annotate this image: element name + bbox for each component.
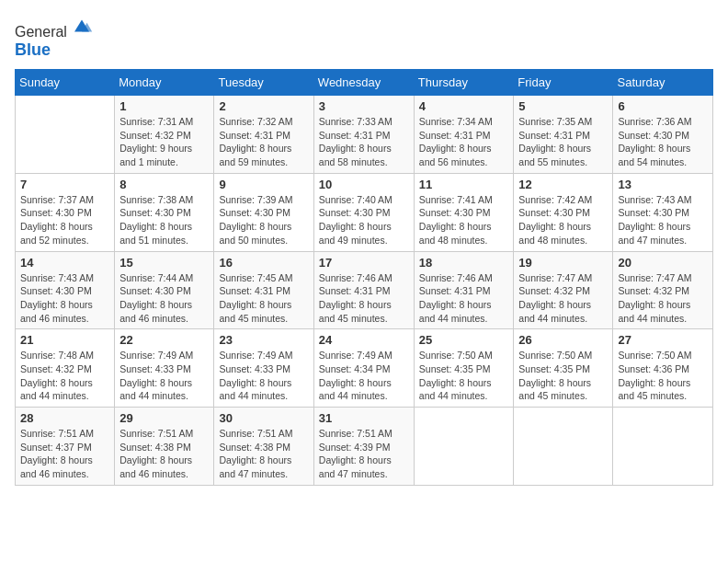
calendar-table: SundayMondayTuesdayWednesdayThursdayFrid… (15, 69, 713, 486)
day-number: 16 (219, 256, 308, 270)
calendar-cell: 2Sunrise: 7:32 AMSunset: 4:31 PMDaylight… (214, 96, 313, 174)
calendar-cell: 19Sunrise: 7:47 AMSunset: 4:32 PMDayligh… (514, 251, 613, 329)
day-number: 9 (219, 178, 308, 191)
day-info: Sunrise: 7:50 AMSunset: 4:35 PMDaylight:… (419, 349, 509, 403)
day-info: Sunrise: 7:46 AMSunset: 4:31 PMDaylight:… (419, 271, 509, 326)
calendar-cell (414, 408, 514, 486)
day-number: 14 (20, 256, 109, 270)
day-number: 27 (618, 333, 708, 347)
day-number: 12 (518, 178, 608, 191)
day-number: 3 (319, 99, 409, 113)
day-info: Sunrise: 7:43 AMSunset: 4:30 PMDaylight:… (618, 193, 708, 247)
calendar-cell: 6Sunrise: 7:36 AMSunset: 4:30 PMDaylight… (613, 96, 713, 174)
calendar-cell: 11Sunrise: 7:41 AMSunset: 4:30 PMDayligh… (414, 173, 514, 251)
day-number: 21 (20, 333, 109, 347)
calendar-cell: 26Sunrise: 7:50 AMSunset: 4:35 PMDayligh… (514, 329, 613, 408)
calendar-week-5: 28Sunrise: 7:51 AMSunset: 4:37 PMDayligh… (16, 408, 713, 486)
day-number: 29 (119, 411, 209, 425)
weekday-header-sunday: Sunday (16, 70, 115, 96)
calendar-cell: 16Sunrise: 7:45 AMSunset: 4:31 PMDayligh… (214, 251, 313, 329)
weekday-header-tuesday: Tuesday (214, 70, 313, 96)
day-info: Sunrise: 7:42 AMSunset: 4:30 PMDaylight:… (518, 193, 608, 247)
day-info: Sunrise: 7:48 AMSunset: 4:32 PMDaylight:… (20, 349, 109, 403)
day-info: Sunrise: 7:47 AMSunset: 4:32 PMDaylight:… (618, 271, 708, 326)
day-number: 11 (419, 178, 509, 191)
calendar-cell: 9Sunrise: 7:39 AMSunset: 4:30 PMDaylight… (214, 173, 313, 251)
calendar-cell: 14Sunrise: 7:43 AMSunset: 4:30 PMDayligh… (16, 251, 115, 329)
day-number: 24 (319, 333, 409, 347)
calendar-cell: 28Sunrise: 7:51 AMSunset: 4:37 PMDayligh… (16, 408, 115, 486)
weekday-header-monday: Monday (115, 70, 214, 96)
logo-general: General (15, 24, 67, 40)
weekday-header-thursday: Thursday (414, 70, 514, 96)
calendar-week-3: 14Sunrise: 7:43 AMSunset: 4:30 PMDayligh… (16, 251, 713, 329)
calendar-cell: 25Sunrise: 7:50 AMSunset: 4:35 PMDayligh… (414, 329, 514, 408)
calendar-cell: 15Sunrise: 7:44 AMSunset: 4:30 PMDayligh… (115, 251, 214, 329)
day-number: 19 (518, 256, 608, 270)
calendar-cell (16, 96, 115, 174)
day-number: 17 (319, 256, 409, 270)
weekday-header-row: SundayMondayTuesdayWednesdayThursdayFrid… (16, 70, 713, 96)
logo-blue: Blue (15, 40, 51, 59)
calendar-cell (613, 408, 713, 486)
calendar-cell: 31Sunrise: 7:51 AMSunset: 4:39 PMDayligh… (313, 408, 414, 486)
logo-icon (71, 15, 93, 37)
logo: General Blue (15, 15, 93, 60)
day-info: Sunrise: 7:37 AMSunset: 4:30 PMDaylight:… (20, 193, 109, 247)
day-info: Sunrise: 7:31 AMSunset: 4:32 PMDaylight:… (119, 115, 209, 169)
day-number: 30 (219, 411, 308, 425)
calendar-cell: 12Sunrise: 7:42 AMSunset: 4:30 PMDayligh… (514, 173, 613, 251)
calendar-cell: 1Sunrise: 7:31 AMSunset: 4:32 PMDaylight… (115, 96, 214, 174)
day-number: 15 (119, 256, 209, 270)
calendar-cell: 27Sunrise: 7:50 AMSunset: 4:36 PMDayligh… (613, 329, 713, 408)
day-info: Sunrise: 7:51 AMSunset: 4:38 PMDaylight:… (219, 427, 308, 481)
day-number: 4 (419, 99, 509, 113)
calendar-cell: 30Sunrise: 7:51 AMSunset: 4:38 PMDayligh… (214, 408, 313, 486)
day-info: Sunrise: 7:51 AMSunset: 4:38 PMDaylight:… (119, 427, 209, 481)
calendar-week-4: 21Sunrise: 7:48 AMSunset: 4:32 PMDayligh… (16, 329, 713, 408)
weekday-header-wednesday: Wednesday (313, 70, 414, 96)
day-number: 26 (518, 333, 608, 347)
calendar-week-2: 7Sunrise: 7:37 AMSunset: 4:30 PMDaylight… (16, 173, 713, 251)
day-info: Sunrise: 7:41 AMSunset: 4:30 PMDaylight:… (419, 193, 509, 247)
day-number: 8 (119, 178, 209, 191)
calendar-cell: 29Sunrise: 7:51 AMSunset: 4:38 PMDayligh… (115, 408, 214, 486)
day-info: Sunrise: 7:36 AMSunset: 4:30 PMDaylight:… (618, 115, 708, 169)
calendar-cell: 22Sunrise: 7:49 AMSunset: 4:33 PMDayligh… (115, 329, 214, 408)
calendar-cell (514, 408, 613, 486)
page-header: General Blue (15, 15, 713, 60)
day-number: 20 (618, 256, 708, 270)
day-number: 10 (319, 178, 409, 191)
day-number: 7 (20, 178, 109, 191)
day-info: Sunrise: 7:50 AMSunset: 4:35 PMDaylight:… (518, 349, 608, 403)
day-info: Sunrise: 7:39 AMSunset: 4:30 PMDaylight:… (219, 193, 308, 247)
day-number: 2 (219, 99, 308, 113)
day-info: Sunrise: 7:49 AMSunset: 4:33 PMDaylight:… (119, 349, 209, 403)
day-info: Sunrise: 7:47 AMSunset: 4:32 PMDaylight:… (518, 271, 608, 326)
calendar-cell: 24Sunrise: 7:49 AMSunset: 4:34 PMDayligh… (313, 329, 414, 408)
weekday-header-saturday: Saturday (613, 70, 713, 96)
day-number: 18 (419, 256, 509, 270)
day-info: Sunrise: 7:50 AMSunset: 4:36 PMDaylight:… (618, 349, 708, 403)
calendar-cell: 18Sunrise: 7:46 AMSunset: 4:31 PMDayligh… (414, 251, 514, 329)
day-info: Sunrise: 7:38 AMSunset: 4:30 PMDaylight:… (119, 193, 209, 247)
calendar-cell: 20Sunrise: 7:47 AMSunset: 4:32 PMDayligh… (613, 251, 713, 329)
calendar-cell: 5Sunrise: 7:35 AMSunset: 4:31 PMDaylight… (514, 96, 613, 174)
calendar-cell: 10Sunrise: 7:40 AMSunset: 4:30 PMDayligh… (313, 173, 414, 251)
day-info: Sunrise: 7:46 AMSunset: 4:31 PMDaylight:… (319, 271, 409, 326)
day-info: Sunrise: 7:33 AMSunset: 4:31 PMDaylight:… (319, 115, 409, 169)
day-number: 23 (219, 333, 308, 347)
day-info: Sunrise: 7:49 AMSunset: 4:34 PMDaylight:… (319, 349, 409, 403)
calendar-cell: 13Sunrise: 7:43 AMSunset: 4:30 PMDayligh… (613, 173, 713, 251)
weekday-header-friday: Friday (514, 70, 613, 96)
day-info: Sunrise: 7:51 AMSunset: 4:37 PMDaylight:… (20, 427, 109, 481)
calendar-cell: 23Sunrise: 7:49 AMSunset: 4:33 PMDayligh… (214, 329, 313, 408)
day-number: 6 (618, 99, 708, 113)
day-number: 31 (319, 411, 409, 425)
day-info: Sunrise: 7:40 AMSunset: 4:30 PMDaylight:… (319, 193, 409, 247)
calendar-cell: 7Sunrise: 7:37 AMSunset: 4:30 PMDaylight… (16, 173, 115, 251)
day-number: 22 (119, 333, 209, 347)
day-info: Sunrise: 7:51 AMSunset: 4:39 PMDaylight:… (319, 427, 409, 481)
day-info: Sunrise: 7:43 AMSunset: 4:30 PMDaylight:… (20, 271, 109, 326)
calendar-cell: 3Sunrise: 7:33 AMSunset: 4:31 PMDaylight… (313, 96, 414, 174)
